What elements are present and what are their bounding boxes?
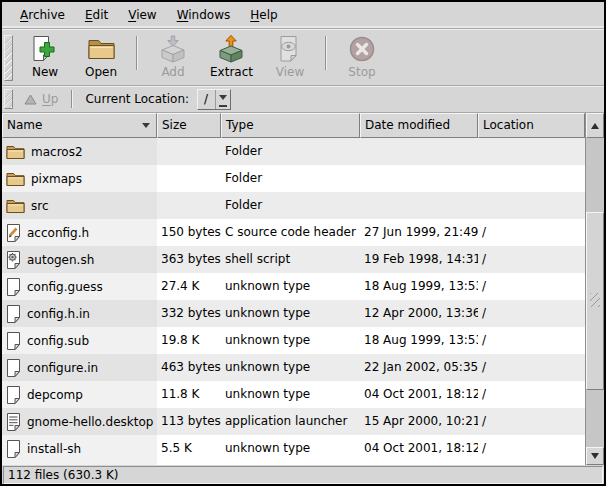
location-combo-dropdown-button[interactable] xyxy=(215,90,230,109)
add-files-icon xyxy=(159,34,187,64)
file-name-cell: config.sub xyxy=(2,327,157,354)
file-size-cell: 150 bytes xyxy=(157,219,221,246)
column-header-label: Location xyxy=(483,118,534,132)
file-size-cell xyxy=(157,165,221,192)
file-name: src xyxy=(31,199,49,213)
file-size-cell: 11.8 K xyxy=(157,381,221,408)
menu-archive[interactable]: Archive xyxy=(12,5,73,25)
file-name: pixmaps xyxy=(31,172,82,186)
table-row[interactable]: config.guess27.4 Kunknown type18 Aug 199… xyxy=(2,273,585,300)
menu-bar: ArchiveEditViewWindowsHelp xyxy=(2,2,604,29)
file-size-cell: 332 bytes xyxy=(157,300,221,327)
toolbar-button-label: Extract xyxy=(210,65,253,79)
column-header-size[interactable]: Size xyxy=(157,113,221,138)
scroll-up-button[interactable] xyxy=(586,113,604,138)
file-location-cell: / xyxy=(478,408,585,435)
file-date-cell xyxy=(360,165,478,192)
table-row[interactable]: depcomp11.8 Kunknown type04 Oct 2001, 18… xyxy=(2,381,585,408)
column-header-date-modified[interactable]: Date modified xyxy=(360,113,478,138)
column-header-label: Name xyxy=(7,118,42,132)
file-date-cell: 27 Jun 1999, 21:49 xyxy=(360,219,478,246)
table-row[interactable]: config.sub19.8 Kunknown type18 Aug 1999,… xyxy=(2,327,585,354)
file-name-cell: gnome-hello.desktop xyxy=(2,408,157,435)
launcher-file-icon xyxy=(6,413,21,431)
file-date-cell: 15 Apr 2000, 10:21 xyxy=(360,408,478,435)
open-button[interactable]: Open xyxy=(78,33,124,80)
file-date-cell xyxy=(360,192,478,219)
location-bar-separator xyxy=(71,90,73,108)
document-file-icon xyxy=(6,386,21,404)
document-file-icon xyxy=(6,440,21,458)
stop-icon xyxy=(348,34,376,64)
file-name: depcomp xyxy=(27,388,83,402)
toolbar-separator xyxy=(325,36,327,70)
file-location-cell: / xyxy=(478,246,585,273)
file-date-cell: 04 Oct 2001, 18:12 xyxy=(360,435,478,462)
location-combo[interactable]: / xyxy=(197,89,231,110)
vertical-scrollbar[interactable] xyxy=(585,113,604,465)
column-header-label: Size xyxy=(162,118,187,132)
file-type-cell: unknown type xyxy=(221,300,360,327)
file-name: configure.in xyxy=(27,361,98,375)
file-type-cell: Folder xyxy=(221,192,360,219)
extract-archive-icon xyxy=(217,34,245,64)
table-row[interactable]: install-sh5.5 Kunknown type04 Oct 2001, … xyxy=(2,435,585,462)
partial-row[interactable] xyxy=(2,462,585,465)
table-row[interactable]: configure.in463 bytesunknown type22 Jan … xyxy=(2,354,585,381)
toolbar: New Open Add Extract View Stop xyxy=(2,29,604,86)
document-file-icon xyxy=(6,332,21,350)
scrollbar-thumb[interactable] xyxy=(586,212,604,390)
menu-view[interactable]: View xyxy=(120,5,164,25)
file-name: acconfig.h xyxy=(27,226,89,240)
archive-manager-window: ArchiveEditViewWindowsHelp New Open Add … xyxy=(0,0,606,486)
table-row[interactable]: srcFolder xyxy=(2,192,585,219)
extract-button[interactable]: Extract xyxy=(206,33,257,80)
menu-windows[interactable]: Windows xyxy=(169,5,239,25)
file-type-cell: unknown type xyxy=(221,354,360,381)
toolbar-drag-handle[interactable] xyxy=(4,35,13,81)
table-row[interactable]: config.h.in332 bytesunknown type12 Apr 2… xyxy=(2,300,585,327)
location-bar-drag-handle[interactable] xyxy=(4,89,13,109)
menu-edit[interactable]: Edit xyxy=(77,5,116,25)
column-header-type[interactable]: Type xyxy=(221,113,360,138)
up-button: Up xyxy=(17,90,65,108)
status-bar: 112 files (630.3 K) xyxy=(3,466,603,484)
file-type-cell: Folder xyxy=(221,138,360,165)
triangle-up-icon xyxy=(591,119,599,129)
file-date-cell: 04 Oct 2001, 18:12 xyxy=(360,381,478,408)
triangle-down-icon xyxy=(591,453,599,463)
column-header-label: Date modified xyxy=(365,118,450,132)
toolbar-separator xyxy=(136,36,138,70)
file-date-cell: 12 Apr 2000, 13:36 xyxy=(360,300,478,327)
toolbar-button-label: Stop xyxy=(348,65,375,79)
column-header-name[interactable]: Name xyxy=(2,113,157,138)
file-name: gnome-hello.desktop xyxy=(27,415,153,429)
table-row[interactable]: macros2Folder xyxy=(2,138,585,165)
menu-help[interactable]: Help xyxy=(242,5,285,25)
new-button[interactable]: New xyxy=(22,33,68,80)
table-row[interactable]: gnome-hello.desktop113 bytesapplication … xyxy=(2,408,585,435)
file-name: install-sh xyxy=(27,442,81,456)
file-list-header: NameSizeTypeDate modifiedLocation xyxy=(2,113,585,138)
column-header-location[interactable]: Location xyxy=(478,113,585,138)
file-size-cell: 113 bytes xyxy=(157,408,221,435)
file-name: config.h.in xyxy=(27,307,90,321)
file-type-cell: application launcher xyxy=(221,408,360,435)
scroll-down-button[interactable] xyxy=(586,447,604,465)
table-row[interactable]: acconfig.h150 bytesC source code header2… xyxy=(2,219,585,246)
file-location-cell: / xyxy=(478,300,585,327)
file-size-cell: 363 bytes xyxy=(157,246,221,273)
table-row[interactable]: pixmapsFolder xyxy=(2,165,585,192)
column-header-label: Type xyxy=(226,118,254,132)
file-name-cell: config.guess xyxy=(2,273,157,300)
file-name-cell: configure.in xyxy=(2,354,157,381)
file-size-cell: 19.8 K xyxy=(157,327,221,354)
file-date-cell: 19 Feb 1998, 14:31 xyxy=(360,246,478,273)
file-list-rows: macros2Folder pixmapsFolder srcFolder ac… xyxy=(2,138,585,465)
open-archive-icon xyxy=(87,34,116,64)
table-row[interactable]: autogen.sh363 bytesshell script19 Feb 19… xyxy=(2,246,585,273)
toolbar-button-label: Open xyxy=(85,65,117,79)
file-location-cell xyxy=(478,192,585,219)
file-size-cell: 463 bytes xyxy=(157,354,221,381)
file-date-cell: 18 Aug 1999, 13:53 xyxy=(360,273,478,300)
